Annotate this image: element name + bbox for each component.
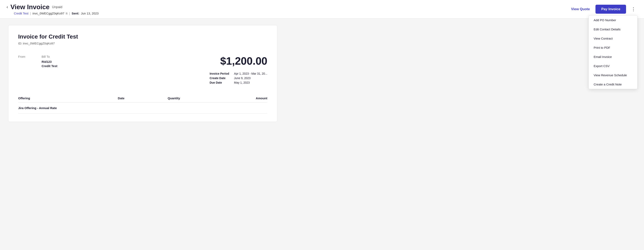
invoice-header-section: Invoice for Credit Test ID: invc_0WECggZ… [18, 34, 267, 45]
from-label: From [18, 55, 25, 58]
view-quote-button[interactable]: View Quote [568, 6, 592, 13]
col-quantity: Quantity [168, 96, 218, 100]
row-offering: Jira Offering - Annual Rate [18, 106, 118, 110]
invoice-id-line: ID: invc_0WECggZ0qKo97 [18, 42, 267, 45]
separator: | [30, 12, 31, 15]
dropdown-item-view-revenue[interactable]: View Revenue Schedule [589, 70, 637, 80]
back-arrow-icon[interactable]: ‹ [6, 5, 8, 10]
main-content: Invoice for Credit Test ID: invc_0WECggZ… [0, 18, 286, 128]
id-value: invc_0WECggZ0qKo97 [23, 42, 55, 45]
dropdown-menu: Add PO Number Edit Contact Details View … [588, 15, 638, 89]
bill-to-company: Credit Test [42, 64, 57, 68]
create-date-label: Create Date [210, 76, 229, 80]
invoice-meta: Invoice Period Apr 1, 2023 - Mar 31, 20.… [210, 72, 267, 84]
due-date-value: May 1, 2023 [234, 81, 267, 84]
col-offering: Offering [18, 96, 118, 100]
title-row: ‹ View Invoice Unpaid [6, 3, 98, 11]
invoice-body: From Bill To Rid123 Credit Test $1,200.0… [18, 55, 267, 84]
bill-to-name: Rid123 [42, 60, 57, 64]
amount-section: $1,200.00 Invoice Period Apr 1, 2023 - M… [210, 55, 267, 84]
page-title: View Invoice [10, 3, 50, 11]
separator2: | [69, 12, 70, 15]
invoice-period-value: Apr 1, 2023 - Mar 31, 20... [234, 72, 267, 75]
header-subtitle: Credit Test | invc_0WECggZ0qKo97 ⎘ | Sen… [14, 12, 98, 15]
status-badge: Unpaid [52, 5, 62, 9]
dropdown-item-view-contract[interactable]: View Contract [589, 34, 637, 43]
dropdown-item-edit-contact[interactable]: Edit Contact Details [589, 25, 637, 34]
table-header: Offering Date Quantity Amount [18, 94, 267, 102]
row-quantity [168, 106, 218, 110]
page-header: ‹ View Invoice Unpaid Credit Test | invc… [0, 0, 644, 18]
invoice-amount: $1,200.00 [210, 55, 267, 67]
create-date-value: June 9, 2023 [234, 76, 267, 80]
from-section: From [18, 55, 25, 68]
invoice-id-text: invc_0WECggZ0qKo97 [32, 12, 64, 15]
dropdown-item-add-po[interactable]: Add PO Number [589, 16, 637, 25]
from-to-section: From Bill To Rid123 Credit Test [18, 55, 57, 68]
more-options-button[interactable]: ⋮ [629, 6, 638, 12]
invoice-period-label: Invoice Period [210, 72, 229, 75]
bill-to-section: Bill To Rid123 Credit Test [42, 55, 57, 68]
id-label: ID: [18, 42, 22, 45]
invoice-title: Invoice for Credit Test [18, 34, 267, 40]
sent-date: Jun 13, 2023 [81, 12, 99, 15]
row-amount [218, 106, 267, 110]
dropdown-item-credit-note[interactable]: Create a Credit Note [589, 80, 637, 89]
table-section: Offering Date Quantity Amount Jira Offer… [18, 94, 267, 114]
credit-test-link[interactable]: Credit Test [14, 12, 28, 15]
header-right: View Quote Pay Invoice ⋮ Add PO Number E… [568, 5, 638, 14]
header-left: ‹ View Invoice Unpaid Credit Test | invc… [6, 3, 98, 15]
col-date: Date [118, 96, 168, 100]
table-row: Jira Offering - Annual Rate [18, 102, 267, 114]
dropdown-item-print-pdf[interactable]: Print to PDF [589, 43, 637, 52]
sent-label: Sent: [72, 12, 79, 15]
col-amount: Amount [218, 96, 267, 100]
invoice-card: Invoice for Credit Test ID: invc_0WECggZ… [8, 25, 277, 122]
bill-to-label: Bill To [42, 55, 57, 58]
row-date [118, 106, 168, 110]
dropdown-item-email-invoice[interactable]: Email Invoice [589, 52, 637, 62]
pay-invoice-button[interactable]: Pay Invoice [596, 5, 626, 14]
copy-icon[interactable]: ⎘ [66, 12, 68, 15]
due-date-label: Due Date [210, 81, 229, 84]
dropdown-item-export-csv[interactable]: Export CSV [589, 62, 637, 70]
